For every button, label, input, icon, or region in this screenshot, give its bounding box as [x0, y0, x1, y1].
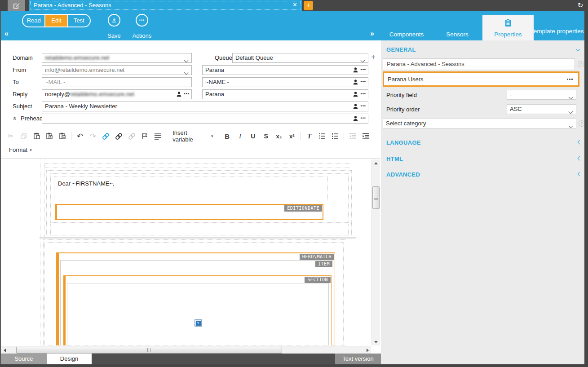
- mode-edit-button[interactable]: Edit: [44, 15, 68, 27]
- domain-select[interactable]: retaildemo.emsecure.net: [42, 53, 192, 63]
- add-tab-button[interactable]: +: [304, 1, 313, 10]
- vertical-scroll-thumb[interactable]: [372, 186, 380, 209]
- section-general[interactable]: GENERAL: [386, 46, 416, 53]
- to-name-input[interactable]: ~NAME~ •••: [202, 77, 368, 87]
- subscript-icon[interactable]: x₂: [274, 132, 283, 141]
- template-block[interactable]: Dear ~FIRSTNAME~, EDITIONDATE: [46, 170, 352, 236]
- person-icon[interactable]: [176, 91, 182, 97]
- unlink-icon[interactable]: [128, 132, 137, 141]
- copy-icon[interactable]: [19, 132, 28, 141]
- close-icon[interactable]: ✕: [292, 1, 297, 8]
- more-options-icon[interactable]: •••: [361, 91, 366, 97]
- to-input[interactable]: ~MAIL~: [42, 77, 192, 87]
- greeting-textblock[interactable]: Dear ~FIRSTNAME~,: [54, 177, 328, 201]
- from-name-input[interactable]: Parana •••: [202, 65, 368, 75]
- person-icon[interactable]: [353, 115, 358, 121]
- mode-read-button[interactable]: Read: [23, 15, 44, 27]
- person-icon[interactable]: [353, 67, 358, 73]
- cut-icon[interactable]: ✂: [6, 132, 15, 141]
- message-name-input[interactable]: Parana - Advanced - Seasons: [383, 58, 575, 70]
- design-canvas[interactable]: Dear ~FIRSTNAME~, EDITIONDATE HERO\MATCH…: [1, 159, 371, 345]
- item-block[interactable]: ITEM SECTION ?: [60, 260, 333, 345]
- flag-icon[interactable]: [140, 132, 149, 141]
- underline-icon[interactable]: U: [248, 132, 257, 141]
- hero-match-block[interactable]: HERO\MATCH ITEM SECTION ?: [56, 252, 335, 345]
- audience-field-highlighted[interactable]: Parana Users: [383, 71, 579, 87]
- collapse-up-icon[interactable]: «: [12, 117, 18, 120]
- undo-icon[interactable]: ↶: [75, 132, 84, 141]
- paste-as-text-icon[interactable]: T: [45, 132, 54, 141]
- collapse-left-icon[interactable]: «: [4, 30, 9, 38]
- section-block[interactable]: SECTION ?: [63, 275, 332, 345]
- remove-format-icon[interactable]: T: [305, 132, 314, 141]
- ordered-list-icon[interactable]: [318, 132, 327, 141]
- reply-input[interactable]: noreply@retaildemo.emsecure.net •••: [42, 89, 192, 99]
- more-options-icon[interactable]: •••: [361, 115, 366, 121]
- edit-tab-icon-box[interactable]: [8, 0, 25, 11]
- priority-order-select[interactable]: ASC: [507, 104, 576, 114]
- scroll-right-button[interactable]: [364, 346, 371, 354]
- anchor-link-icon[interactable]: [115, 132, 124, 141]
- template-block[interactable]: HERO\MATCH ITEM SECTION ?: [43, 239, 347, 345]
- tab-components[interactable]: Components: [384, 31, 429, 38]
- paste-from-word-icon[interactable]: W: [58, 132, 67, 141]
- category-select[interactable]: Select category: [383, 119, 576, 128]
- queue-select[interactable]: Default Queue: [232, 53, 368, 63]
- mode-test-button[interactable]: Test: [68, 15, 90, 27]
- section-language[interactable]: LANGUAGE: [386, 139, 421, 146]
- scroll-left-button[interactable]: [1, 346, 8, 354]
- scroll-up-button[interactable]: [372, 159, 380, 167]
- template-block[interactable]: Dear ~FIRSTNAME~, EDITIONDATE: [50, 173, 349, 223]
- tab-source[interactable]: Source: [1, 354, 47, 364]
- priority-field-select[interactable]: -: [507, 90, 576, 100]
- line-height-icon[interactable]: [153, 132, 162, 141]
- vertical-scrollbar[interactable]: [371, 159, 380, 345]
- subject-input[interactable]: Parana - Weekly Newsletter •••: [42, 102, 368, 111]
- collapse-right-icon[interactable]: »: [370, 30, 374, 38]
- format-dropdown[interactable]: Format ▾: [9, 146, 32, 153]
- section-advanced[interactable]: ADVANCED: [386, 171, 420, 178]
- section-content[interactable]: ?: [67, 283, 329, 345]
- actions-button[interactable]: •••: [136, 14, 148, 27]
- save-button[interactable]: [108, 14, 120, 27]
- bold-icon[interactable]: B: [223, 132, 232, 141]
- broken-image-icon[interactable]: ?: [195, 319, 202, 327]
- template-block[interactable]: [50, 224, 349, 235]
- person-icon[interactable]: [353, 79, 358, 85]
- editiondate-block[interactable]: EDITIONDATE: [55, 204, 323, 220]
- horizontal-scroll-thumb[interactable]: [16, 347, 282, 354]
- person-icon[interactable]: [353, 103, 358, 109]
- redo-icon[interactable]: ↷: [88, 132, 97, 141]
- indent-icon[interactable]: [361, 132, 370, 141]
- tab-properties-label: Properties: [482, 31, 534, 38]
- bullet-list-icon[interactable]: [331, 132, 340, 141]
- refresh-icon[interactable]: ↻: [575, 1, 585, 10]
- link-icon[interactable]: [102, 132, 111, 141]
- strikethrough-icon[interactable]: S: [261, 132, 270, 141]
- tab-design[interactable]: Design: [47, 354, 92, 364]
- tab-properties[interactable]: Properties: [482, 15, 534, 40]
- person-icon[interactable]: [353, 91, 358, 97]
- tab-template-properties[interactable]: Template properties: [534, 28, 584, 37]
- more-options-icon[interactable]: •••: [361, 103, 366, 109]
- tab-text-version[interactable]: Text version: [335, 354, 381, 364]
- tab-sensors[interactable]: Sensors: [435, 31, 480, 38]
- outdent-icon[interactable]: [348, 132, 357, 141]
- preheader-input[interactable]: •••: [42, 114, 368, 124]
- more-options-icon[interactable]: •••: [184, 91, 190, 97]
- paste-icon[interactable]: [32, 132, 41, 141]
- superscript-icon[interactable]: x²: [287, 132, 296, 141]
- from-select[interactable]: info@retaildemo.emsecure.net: [42, 65, 192, 75]
- reply-name-input[interactable]: Parana •••: [202, 89, 368, 99]
- more-options-icon[interactable]: •••: [361, 67, 366, 73]
- more-options-icon[interactable]: •••: [361, 79, 366, 85]
- scroll-down-button[interactable]: [372, 338, 380, 345]
- browse-icon[interactable]: [567, 79, 573, 80]
- horizontal-scrollbar[interactable]: [1, 346, 371, 354]
- section-html[interactable]: HTML: [386, 155, 403, 162]
- add-queue-button[interactable]: +: [371, 53, 376, 62]
- document-tab[interactable]: Parana - Advanced - Seasons ✕: [29, 0, 302, 11]
- insert-variable-dropdown[interactable]: Insert variable ▾: [172, 129, 213, 143]
- italic-icon[interactable]: I: [235, 132, 244, 141]
- template-block[interactable]: [45, 163, 351, 168]
